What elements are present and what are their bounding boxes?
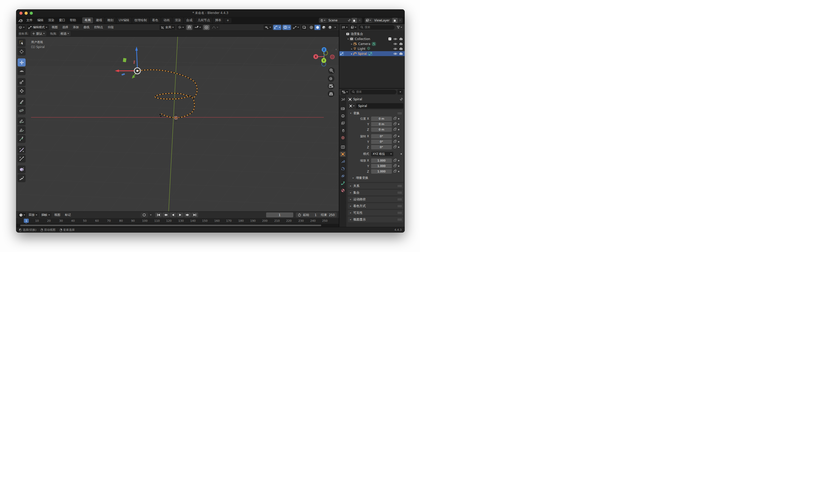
- snap-toggle[interactable]: [187, 25, 192, 30]
- hide-icon[interactable]: [393, 52, 397, 55]
- collection-checkbox[interactable]: ✓: [388, 37, 391, 40]
- lock-icon[interactable]: [393, 146, 396, 148]
- visibility-panel[interactable]: ▸可见性: [348, 210, 403, 216]
- end-frame-value[interactable]: 250: [329, 213, 335, 217]
- tool-tilt[interactable]: [18, 155, 25, 163]
- auto-keying-toggle[interactable]: [141, 213, 148, 218]
- shading-rendered-button[interactable]: [327, 25, 333, 30]
- play-reverse-button[interactable]: [170, 213, 176, 217]
- outliner-row-spiral[interactable]: ▸ Spiral: [339, 51, 405, 56]
- outliner-display-mode-button[interactable]: [341, 25, 349, 30]
- tab-render[interactable]: [340, 106, 346, 111]
- jump-to-end-button[interactable]: [191, 213, 198, 217]
- tab-physics[interactable]: [340, 166, 346, 172]
- lock-icon[interactable]: [393, 165, 396, 167]
- tool-rotate[interactable]: [18, 67, 25, 75]
- lock-icon[interactable]: [393, 118, 396, 120]
- properties-options-button[interactable]: [398, 89, 403, 95]
- sidebar-collapse-arrow[interactable]: ‹: [335, 48, 337, 51]
- start-frame-value[interactable]: 1: [315, 213, 317, 217]
- timeline-view-menu[interactable]: 视图: [52, 213, 62, 217]
- keying-menu[interactable]: 插帧: [40, 213, 51, 218]
- local-view-button[interactable]: [301, 25, 307, 30]
- tool-cursor[interactable]: [18, 48, 25, 56]
- play-button[interactable]: [177, 213, 183, 217]
- scale-y-field[interactable]: 1.000: [371, 164, 392, 168]
- zoom-window-button[interactable]: [30, 12, 33, 15]
- pin-icon[interactable]: [400, 98, 403, 101]
- outliner-row-camera[interactable]: ▸ Camera: [339, 41, 405, 46]
- lock-icon[interactable]: [393, 136, 396, 137]
- lock-icon[interactable]: [393, 123, 396, 125]
- tab-layout[interactable]: 布局: [82, 17, 93, 23]
- tab-scene[interactable]: [340, 128, 346, 133]
- tab-animation[interactable]: 动画: [161, 17, 172, 23]
- hide-icon[interactable]: [393, 43, 397, 45]
- animate-dot[interactable]: [398, 118, 399, 120]
- playback-menu[interactable]: 回放: [27, 213, 39, 218]
- tab-sculpting[interactable]: 雕刻: [105, 17, 116, 23]
- shading-wireframe-button[interactable]: [308, 25, 314, 30]
- animate-dot[interactable]: [398, 171, 399, 172]
- editor-type-button[interactable]: [18, 25, 25, 30]
- animate-dot[interactable]: [398, 147, 399, 148]
- menu-select[interactable]: 选择: [60, 25, 70, 30]
- tool-annotate[interactable]: [18, 98, 25, 106]
- close-window-button[interactable]: [19, 12, 22, 15]
- motion-paths-panel[interactable]: ▸运动路径: [348, 196, 403, 202]
- rotation-x-field[interactable]: 0°: [371, 134, 392, 139]
- tab-uv-editing[interactable]: UV编辑: [116, 17, 132, 23]
- scale-x-field[interactable]: 1.000: [371, 159, 392, 163]
- tab-tool[interactable]: [340, 97, 346, 102]
- tab-modifiers[interactable]: [340, 159, 346, 164]
- tool-scale[interactable]: [18, 78, 25, 86]
- viewlayer-name[interactable]: ViewLayer: [372, 19, 392, 22]
- object-name-input[interactable]: Spiral: [356, 103, 403, 109]
- transform-orientation-selector[interactable]: 全局: [159, 25, 175, 30]
- tool-radius[interactable]: [18, 146, 25, 154]
- tool-transform[interactable]: [18, 87, 25, 95]
- lock-icon[interactable]: [393, 141, 396, 143]
- menu-render[interactable]: 渲染: [46, 17, 56, 23]
- tab-geometry-nodes[interactable]: 几何节点: [195, 17, 212, 23]
- outliner-row-scene-collection[interactable]: 场景集合: [339, 32, 405, 36]
- timeline-marker-menu[interactable]: 标记: [63, 213, 73, 217]
- viewport-3d[interactable]: Z X Y 用户透视 (1): [16, 37, 339, 212]
- delete-scene-button[interactable]: [357, 18, 362, 23]
- shading-panel[interactable]: ▸着色方式: [348, 203, 403, 209]
- tab-object-data[interactable]: [340, 180, 346, 186]
- lock-icon[interactable]: [393, 160, 396, 162]
- delete-viewlayer-button[interactable]: [398, 18, 403, 23]
- shading-material-button[interactable]: [321, 25, 327, 30]
- object-id-button[interactable]: [348, 103, 356, 109]
- jump-to-start-button[interactable]: [155, 213, 162, 217]
- scale-z-field[interactable]: 1.000: [371, 169, 392, 174]
- current-frame-field[interactable]: 1: [266, 213, 293, 217]
- scene-browse-button[interactable]: [319, 18, 326, 23]
- prev-keyframe-button[interactable]: [162, 213, 169, 217]
- auto-keying-options[interactable]: [149, 213, 153, 218]
- snap-settings-selector[interactable]: [193, 25, 202, 30]
- tab-material[interactable]: [340, 188, 346, 193]
- panel-grip[interactable]: [398, 112, 402, 114]
- add-workspace-button[interactable]: +: [224, 18, 231, 23]
- edit-mode-badge[interactable]: [339, 51, 344, 56]
- collections-panel[interactable]: ▸集合: [348, 190, 403, 195]
- tab-scripting[interactable]: 脚本: [213, 17, 224, 23]
- outliner-filter-button[interactable]: [396, 25, 403, 30]
- mode-selector[interactable]: 编辑模式: [27, 25, 49, 30]
- tab-shading[interactable]: 着色: [150, 17, 161, 23]
- scene-name[interactable]: Scene: [326, 19, 347, 22]
- tab-rendering[interactable]: 渲染: [173, 17, 183, 23]
- rotation-z-field[interactable]: 0°: [371, 145, 392, 149]
- tab-texture-paint[interactable]: 纹理绘制: [132, 17, 149, 23]
- menu-curve[interactable]: 曲线: [82, 25, 91, 30]
- tool-curve-pen[interactable]: [18, 126, 25, 134]
- new-scene-button[interactable]: [352, 18, 357, 23]
- tool-extrude[interactable]: [18, 135, 25, 143]
- transform-panel-header[interactable]: ▾ 变换: [349, 111, 402, 116]
- outliner-row-light[interactable]: ▸ Light: [339, 46, 405, 51]
- outliner-search[interactable]: 搜索: [358, 25, 395, 30]
- animate-dot[interactable]: [401, 153, 402, 155]
- menu-help[interactable]: 帮助: [68, 17, 78, 23]
